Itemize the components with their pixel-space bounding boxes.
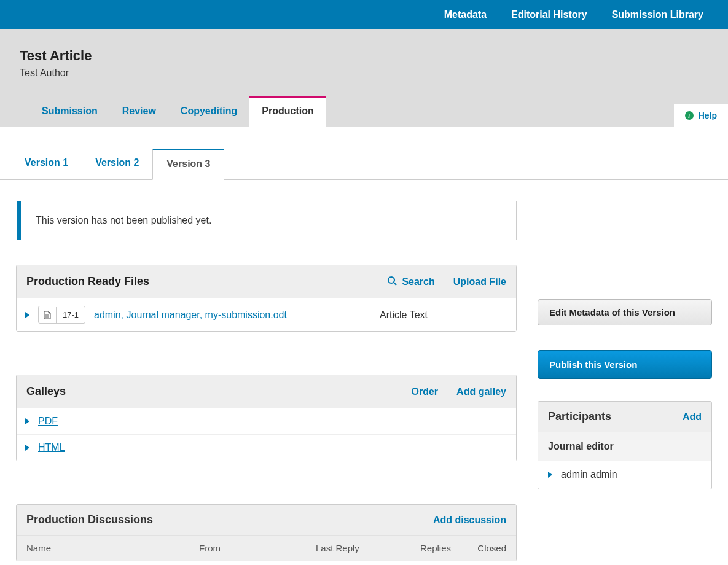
add-galley-link[interactable]: Add galley <box>456 386 506 397</box>
tab-review[interactable]: Review <box>110 96 168 127</box>
header-area: Test Article Test Author Submission Revi… <box>0 29 728 127</box>
col-replies: Replies <box>420 543 469 553</box>
discussions-panel: Production Discussions Add discussion Na… <box>16 504 517 561</box>
expand-icon[interactable] <box>25 312 29 318</box>
version-tabs-wrap: Version 1 Version 2 Version 3 <box>0 127 728 180</box>
workflow-tabs: Submission Review Copyediting Production <box>20 96 708 127</box>
galley-row-html: HTML <box>17 434 516 461</box>
search-files-link[interactable]: Search <box>387 276 434 288</box>
panel-header: Production Ready Files Search Upload Fil… <box>17 265 516 298</box>
tab-version-2[interactable]: Version 2 <box>82 149 152 179</box>
search-icon <box>387 276 397 288</box>
order-galleys-link[interactable]: Order <box>412 386 439 397</box>
file-type: Article Text <box>380 310 507 321</box>
svg-line-1 <box>394 282 396 285</box>
edit-metadata-button[interactable]: Edit Metadata of this Version <box>538 299 712 325</box>
article-author: Test Author <box>20 68 708 79</box>
file-name-link[interactable]: admin, Journal manager, my-submission.od… <box>94 310 287 321</box>
search-label: Search <box>402 276 434 287</box>
content: This version has not been published yet.… <box>0 201 728 561</box>
expand-icon[interactable] <box>25 418 29 424</box>
file-id: 17-1 <box>57 306 85 323</box>
panel-actions: Order Add galley <box>412 386 506 397</box>
article-title: Test Article <box>20 48 708 64</box>
right-column: Edit Metadata of this Version Publish th… <box>538 201 712 561</box>
info-icon: i <box>685 111 694 120</box>
svg-point-0 <box>388 277 394 283</box>
tab-copyediting[interactable]: Copyediting <box>168 96 249 127</box>
participant-name: admin admin <box>561 469 617 480</box>
panel-actions: Search Upload File <box>387 276 506 288</box>
discussion-columns: Name From Last Reply Replies Closed <box>17 535 516 561</box>
version-status-notice: This version has not been published yet. <box>17 201 517 240</box>
galley-link-html[interactable]: HTML <box>38 442 65 453</box>
panel-title: Production Discussions <box>26 513 153 526</box>
add-discussion-link[interactable]: Add discussion <box>433 515 506 526</box>
production-files-panel: Production Ready Files Search Upload Fil… <box>16 265 517 332</box>
galley-link-pdf[interactable]: PDF <box>38 416 58 427</box>
help-button[interactable]: i Help <box>674 104 728 127</box>
panel-header: Galleys Order Add galley <box>17 375 516 408</box>
col-name: Name <box>26 543 199 553</box>
document-icon <box>39 307 57 323</box>
tab-submission[interactable]: Submission <box>29 96 110 127</box>
participant-role: Journal editor <box>538 432 711 461</box>
expand-icon[interactable] <box>25 445 29 451</box>
help-label: Help <box>699 111 717 120</box>
participants-panel: Participants Add Journal editor admin ad… <box>538 401 712 489</box>
version-tabs: Version 1 Version 2 Version 3 <box>0 127 728 179</box>
participant-row: admin admin <box>538 461 711 489</box>
publish-version-button[interactable]: Publish this Version <box>538 350 712 379</box>
top-nav: Metadata Editorial History Submission Li… <box>0 0 728 29</box>
panel-header: Participants Add <box>538 402 711 432</box>
nav-editorial-history[interactable]: Editorial History <box>511 9 587 20</box>
panel-title: Production Ready Files <box>26 275 149 288</box>
nav-submission-library[interactable]: Submission Library <box>612 9 703 20</box>
galley-row-pdf: PDF <box>17 408 516 434</box>
expand-icon[interactable] <box>548 472 552 478</box>
tab-version-1[interactable]: Version 1 <box>11 149 82 179</box>
file-row: 17-1 admin, Journal manager, my-submissi… <box>17 298 516 331</box>
nav-metadata[interactable]: Metadata <box>444 9 487 20</box>
upload-file-link[interactable]: Upload File <box>453 276 506 288</box>
galleys-panel: Galleys Order Add galley PDF HTML <box>16 375 517 461</box>
tab-version-3[interactable]: Version 3 <box>152 149 224 180</box>
col-from: From <box>199 543 316 553</box>
panel-title: Galleys <box>26 385 66 398</box>
tab-production[interactable]: Production <box>249 96 326 127</box>
add-participant-link[interactable]: Add <box>683 411 702 423</box>
file-badge: 17-1 <box>38 306 85 324</box>
panel-title: Participants <box>548 410 611 423</box>
col-last-reply: Last Reply <box>316 543 420 553</box>
panel-header: Production Discussions Add discussion <box>17 505 516 535</box>
left-column: This version has not been published yet.… <box>16 201 517 561</box>
col-closed: Closed <box>469 543 506 553</box>
